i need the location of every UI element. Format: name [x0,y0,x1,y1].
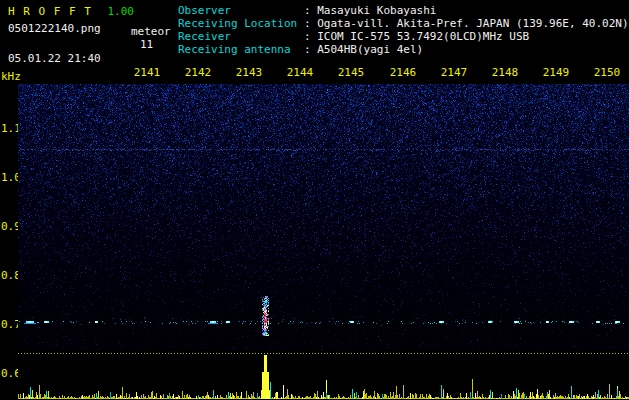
meteor-label: meteor [131,25,171,38]
y-tick-label: 0.6 [1,367,17,380]
output-filename: 0501222140.png [8,22,101,35]
y-tick-label: 0.9 [1,220,17,233]
station-row-location: Receiving LocationOgata-vill. Akita-Pref… [178,17,629,30]
x-tick-label: 2148 [489,66,521,79]
y-tick-label: 1.1 [1,122,17,135]
x-tick-label: 2149 [540,66,572,79]
frequency-axis: 1.11.00.90.80.70.6 [0,0,18,400]
x-tick-label: 2146 [387,66,419,79]
x-tick-label: 2143 [233,66,265,79]
x-tick-label: 2147 [438,66,470,79]
station-value: ICOM IC-575 53.7492(0LCD)MHz USB [304,30,529,43]
app-title: H R O F F T [8,5,92,18]
spectrogram-canvas [18,84,629,350]
station-row-antenna: Receiving antennaA504HB(yagi 4el) [178,43,629,56]
y-tick-label: 1.0 [1,171,17,184]
signal-level-canvas [18,352,629,400]
station-label: Receiving Location [178,17,304,30]
station-label: Receiving antenna [178,43,304,56]
y-tick-label: 0.7 [1,318,17,331]
station-row-receiver: ReceiverICOM IC-575 53.7492(0LCD)MHz USB [178,30,629,43]
station-row-observer: ObserverMasayuki Kobayashi [178,4,629,17]
x-tick-label: 2150 [591,66,623,79]
meteor-count: 11 [140,38,153,51]
app-version: 1.00 [107,5,134,18]
x-tick-label: 2144 [284,66,316,79]
station-value: Masayuki Kobayashi [304,4,436,17]
title-row: H R O F F T 1.00 [8,5,134,18]
x-tick-label: 2145 [335,66,367,79]
hrofft-output: H R O F F T 1.00 0501222140.png meteor 1… [0,0,629,400]
station-value: Ogata-vill. Akita-Pref. JAPAN (139.96E, … [304,17,629,30]
station-label: Receiver [178,30,304,43]
station-value: A504HB(yagi 4el) [304,43,423,56]
x-tick-label: 2142 [182,66,214,79]
x-tick-label: 2141 [131,66,163,79]
station-info: ObserverMasayuki Kobayashi Receiving Loc… [178,4,629,56]
datetime: 05.01.22 21:40 [8,52,101,65]
time-axis: 2141214221432144214521462147214821492150 [0,66,629,79]
station-label: Observer [178,4,304,17]
y-tick-label: 0.8 [1,269,17,282]
